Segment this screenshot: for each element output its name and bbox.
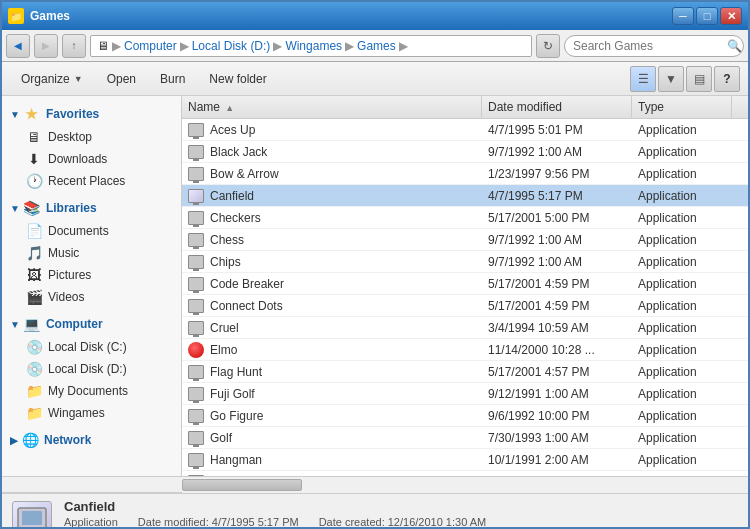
file-name-cell: Fuji Golf xyxy=(182,384,482,404)
breadcrumb-wingames[interactable]: Wingames xyxy=(285,39,342,53)
table-row[interactable]: Go Figure 9/6/1992 10:00 PM Application xyxy=(182,405,748,427)
hscroll-area[interactable] xyxy=(2,476,748,492)
favorites-section: ▼ ★ Favorites 🖥 Desktop ⬇ Downloads 🕐 Re… xyxy=(2,102,181,192)
organize-button[interactable]: Organize ▼ xyxy=(10,66,94,92)
file-size-cell xyxy=(732,304,748,308)
file-date-cell: 5/17/2001 4:59 PM xyxy=(482,297,632,315)
sidebar-item-pictures[interactable]: 🖼 Pictures xyxy=(2,264,181,286)
sidebar-item-local-d[interactable]: 💿 Local Disk (D:) xyxy=(2,358,181,380)
back-button[interactable]: ◀ xyxy=(6,34,30,58)
file-name-cell: Hangman xyxy=(182,450,482,470)
status-file-name: Canfield xyxy=(64,499,486,514)
sidebar-item-downloads[interactable]: ⬇ Downloads xyxy=(2,148,181,170)
table-row[interactable]: Chips 9/7/1992 1:00 AM Application 2 xyxy=(182,251,748,273)
open-button[interactable]: Open xyxy=(96,66,147,92)
search-box[interactable]: 🔍 xyxy=(564,35,744,57)
file-date-cell: 11/14/2000 10:28 ... xyxy=(482,341,632,359)
up-button[interactable]: ↑ xyxy=(62,34,86,58)
preview-pane-button[interactable]: ▤ xyxy=(686,66,712,92)
table-row[interactable]: Flag Hunt 5/17/2001 4:57 PM Application xyxy=(182,361,748,383)
app-icon xyxy=(188,387,204,401)
file-icon xyxy=(188,210,204,226)
sidebar-item-wingames[interactable]: 📁 Wingames xyxy=(2,402,181,424)
table-row[interactable]: Golf 7/30/1993 1:00 AM Application xyxy=(182,427,748,449)
table-row[interactable]: Jacks 5/17/2001 4:55 PM Application 1 xyxy=(182,471,748,476)
column-header-date[interactable]: Date modified xyxy=(482,96,632,118)
file-icon xyxy=(188,188,204,204)
computer-header[interactable]: ▼ 💻 Computer xyxy=(2,312,181,336)
file-date-cell: 10/1/1991 2:00 AM xyxy=(482,451,632,469)
search-input[interactable] xyxy=(573,39,723,53)
file-size-cell: 4 xyxy=(732,187,748,205)
file-size-cell xyxy=(732,414,748,418)
sidebar-item-documents[interactable]: 📄 Documents xyxy=(2,220,181,242)
app-icon xyxy=(188,453,204,467)
status-file-icon xyxy=(12,501,52,530)
table-row[interactable]: Elmo 11/14/2000 10:28 ... Application 3 xyxy=(182,339,748,361)
sidebar-item-videos[interactable]: 🎬 Videos xyxy=(2,286,181,308)
table-row[interactable]: Hangman 10/1/1991 2:00 AM Application xyxy=(182,449,748,471)
file-type-cell: Application xyxy=(632,429,732,447)
file-type-cell: Application xyxy=(632,275,732,293)
file-size-cell: 3 xyxy=(732,341,748,359)
table-row[interactable]: Bow & Arrow 1/23/1997 9:56 PM Applicatio… xyxy=(182,163,748,185)
new-folder-button[interactable]: New folder xyxy=(198,66,277,92)
app-canfield-icon xyxy=(188,189,204,203)
file-type-cell: Application xyxy=(632,297,732,315)
table-row[interactable]: Cruel 3/4/1994 10:59 AM Application xyxy=(182,317,748,339)
libraries-icon: 📚 xyxy=(24,200,40,216)
status-date-created: Date created: 12/16/2010 1:30 AM xyxy=(319,516,487,528)
file-list[interactable]: Name ▲ Date modified Type Size Aces Up 4… xyxy=(182,96,748,476)
column-header-name[interactable]: Name ▲ xyxy=(182,96,482,118)
table-row[interactable]: Black Jack 9/7/1992 1:00 AM Application … xyxy=(182,141,748,163)
refresh-button[interactable]: ↻ xyxy=(536,34,560,58)
title-bar-controls: ─ □ ✕ xyxy=(672,7,742,25)
app-icon xyxy=(188,145,204,159)
column-header-type[interactable]: Type xyxy=(632,96,732,118)
window-title: Games xyxy=(30,9,672,23)
table-row[interactable]: Chess 9/7/1992 1:00 AM Application 2 xyxy=(182,229,748,251)
hscroll-track[interactable] xyxy=(182,477,748,493)
file-icon xyxy=(188,364,204,380)
sidebar-item-my-documents[interactable]: 📁 My Documents xyxy=(2,380,181,402)
help-button[interactable]: ? xyxy=(714,66,740,92)
sidebar-item-desktop[interactable]: 🖥 Desktop xyxy=(2,126,181,148)
file-name-cell: Cruel xyxy=(182,318,482,338)
sidebar-item-local-c[interactable]: 💿 Local Disk (C:) xyxy=(2,336,181,358)
column-header-size[interactable]: Size xyxy=(732,96,748,118)
view-details-button[interactable]: ☰ xyxy=(630,66,656,92)
breadcrumb-computer[interactable]: Computer xyxy=(124,39,177,53)
breadcrumb-localdisk[interactable]: Local Disk (D:) xyxy=(192,39,271,53)
table-row[interactable]: Canfield 4/7/1995 5:17 PM Application 4 xyxy=(182,185,748,207)
sidebar-item-recent-places[interactable]: 🕐 Recent Places xyxy=(2,170,181,192)
breadcrumb-games[interactable]: Games xyxy=(357,39,396,53)
file-icon xyxy=(188,144,204,160)
table-row[interactable]: Aces Up 4/7/1995 5:01 PM Application 4 xyxy=(182,119,748,141)
libraries-header[interactable]: ▼ 📚 Libraries xyxy=(2,196,181,220)
file-size-cell: 1 xyxy=(732,143,748,161)
view-dropdown-button[interactable]: ▼ xyxy=(658,66,684,92)
file-size-cell: 1 xyxy=(732,165,748,183)
app-icon xyxy=(188,277,204,291)
forward-button[interactable]: ▶ xyxy=(34,34,58,58)
file-type-cell: Application xyxy=(632,341,732,359)
network-header[interactable]: ▶ 🌐 Network xyxy=(2,428,181,452)
table-row[interactable]: Fuji Golf 9/12/1991 1:00 AM Application … xyxy=(182,383,748,405)
breadcrumb[interactable]: 🖥 ▶ Computer ▶ Local Disk (D:) ▶ Wingame… xyxy=(90,35,532,57)
burn-button[interactable]: Burn xyxy=(149,66,196,92)
file-type-cell: Application xyxy=(632,385,732,403)
file-size-cell xyxy=(732,370,748,374)
table-row[interactable]: Checkers 5/17/2001 5:00 PM Application xyxy=(182,207,748,229)
favorites-header[interactable]: ▼ ★ Favorites xyxy=(2,102,181,126)
minimize-button[interactable]: ─ xyxy=(672,7,694,25)
search-icon[interactable]: 🔍 xyxy=(727,39,742,53)
toolbar: Organize ▼ Open Burn New folder ☰ ▼ ▤ ? xyxy=(2,62,748,96)
computer-icon: 💻 xyxy=(24,316,40,332)
close-button[interactable]: ✕ xyxy=(720,7,742,25)
sidebar-item-music[interactable]: 🎵 Music xyxy=(2,242,181,264)
maximize-button[interactable]: □ xyxy=(696,7,718,25)
hscroll-thumb[interactable] xyxy=(182,479,302,491)
table-row[interactable]: Connect Dots 5/17/2001 4:59 PM Applicati… xyxy=(182,295,748,317)
table-row[interactable]: Code Breaker 5/17/2001 4:59 PM Applicati… xyxy=(182,273,748,295)
file-size-cell: 2 xyxy=(732,385,748,403)
